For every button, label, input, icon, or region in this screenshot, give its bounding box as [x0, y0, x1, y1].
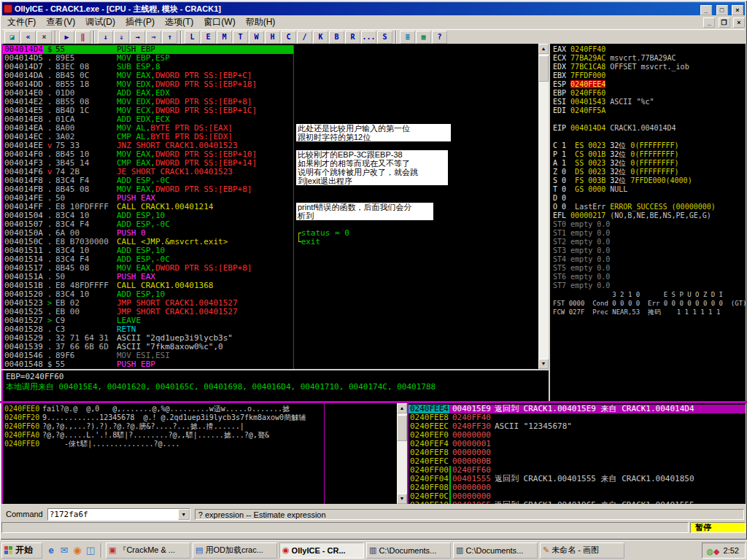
- dump-row[interactable]: 0240FFE0 -倈t驃|..............?@....: [3, 440, 397, 448]
- taskbar-task-3[interactable]: ◉OllyICE - CR...: [279, 542, 364, 559]
- restart-button[interactable]: «: [20, 31, 36, 44]
- register-line[interactable]: EDX 77BC1CA8 OFFSET msvcrt._iob: [550, 63, 746, 71]
- close-program-button[interactable]: ×: [36, 31, 52, 44]
- patches-button[interactable]: /: [297, 31, 312, 44]
- memory-map-button[interactable]: M: [217, 31, 232, 44]
- register-line[interactable]: ST5 empty 0.0: [550, 264, 746, 273]
- step-into-button[interactable]: ↓: [98, 31, 113, 44]
- scroll-up-button[interactable]: ▲: [538, 44, 549, 54]
- register-line[interactable]: ST3 empty 0.0: [550, 246, 746, 255]
- scroll-thumb[interactable]: [397, 415, 407, 441]
- dump-row[interactable]: 0240FF60?@,?@.,...?).?).?@.?@.膀&?....?..…: [3, 422, 397, 431]
- options-button[interactable]: ≣: [400, 31, 415, 44]
- stack-row[interactable]: 0240FF1000401965返回到 CRACK1.00401965 来自 C…: [409, 501, 746, 504]
- taskbar-task-6[interactable]: ✎未命名 - 画图: [540, 542, 624, 559]
- run-trace-button[interactable]: ...: [361, 31, 376, 44]
- memory-dump-pane[interactable]: 0240FEE0fail?@.@ @,0 @,.......@,%@......…: [1, 403, 397, 504]
- windows-button[interactable]: W: [249, 31, 264, 44]
- dump-row[interactable]: 0240FF209............12345678 @.! @.2qd1…: [3, 413, 397, 422]
- disasm-row[interactable]: 00401520.83C4 10ADD ESP,10: [3, 290, 538, 299]
- scroll-up-button[interactable]: ▲: [397, 403, 407, 413]
- help-button[interactable]: ?: [432, 31, 447, 44]
- register-line[interactable]: ECX 77BA29AC msvcrt.77BA29AC: [550, 54, 746, 63]
- scroll-track[interactable]: [538, 54, 549, 359]
- register-line[interactable]: ST7 empty 0.0: [550, 281, 746, 290]
- register-line[interactable]: EDI 0240FF5A: [550, 106, 746, 115]
- taskbar-task-1[interactable]: ▣『CrackMe & ...: [106, 542, 190, 559]
- minimize-button[interactable]: _: [700, 5, 712, 15]
- disasm-row[interactable]: 00401539.37 66 6B 6DASCII "7fkm8axow0%c"…: [3, 343, 538, 351]
- menu-item-4[interactable]: 插件(P): [120, 15, 160, 30]
- appearance-button[interactable]: ▦: [416, 31, 431, 44]
- tray-icon-1[interactable]: ◍: [707, 547, 714, 556]
- register-line[interactable]: EIP 004014D4 CRACK1.004014D4: [550, 124, 746, 133]
- titlebar[interactable]: OllyICE - CRACK1.exe - [CPU - 主线程, 模块 - …: [2, 2, 745, 15]
- mdi-restore-button[interactable]: ❐: [719, 18, 730, 28]
- dump-scrollbar[interactable]: ▲ ▼: [397, 403, 407, 504]
- menu-item-3[interactable]: 调试(D): [80, 15, 120, 30]
- menu-item-7[interactable]: 帮助(H): [241, 15, 281, 30]
- register-line[interactable]: ST4 empty 0.0: [550, 255, 746, 264]
- register-line[interactable]: FCW 027F Prec NEAR,53 掩码 1 1 1 1 1 1: [550, 308, 746, 316]
- step-over-button[interactable]: ⇓: [114, 31, 129, 44]
- stack-pane[interactable]: 0240FEE4004015E9返回到 CRACK1.004015E9 来自 C…: [407, 403, 746, 504]
- register-line[interactable]: T 0 GS 0000 NULL: [550, 185, 746, 194]
- threads-button[interactable]: T: [233, 31, 248, 44]
- register-line[interactable]: 3 2 1 0 E S P U O Z D I: [550, 290, 746, 299]
- combo-dropdown-button[interactable]: ▼: [178, 509, 190, 520]
- log-window-button[interactable]: L: [185, 31, 200, 44]
- register-line[interactable]: ST2 empty 0.0: [550, 238, 746, 246]
- register-line[interactable]: EBX 7FFDF000: [550, 71, 746, 80]
- disasm-row[interactable]: 00401523>EB 02JMP SHORT CRACK1.00401527: [3, 299, 538, 308]
- dump-row[interactable]: 0240FFA0?@,?@.....L.'.!.8驃|?........?@,,…: [3, 431, 397, 440]
- disasm-row[interactable]: 004014D4$55PUSH EBP: [3, 45, 538, 54]
- mdi-minimize-button[interactable]: _: [703, 18, 715, 28]
- maximize-button[interactable]: □: [716, 5, 728, 15]
- disasm-row[interactable]: 004014EA.8A00MOV AL,BYTE PTR DS:[EAX]此处还…: [3, 124, 538, 133]
- disasm-row[interactable]: 00401527>C9LEAVE: [3, 316, 538, 325]
- disasm-row[interactable]: 00401546.89F6MOV ESI,ESI: [3, 351, 538, 360]
- scroll-down-button[interactable]: ▼: [397, 494, 407, 504]
- disasm-row[interactable]: 004014E5.8B4D 1CMOV ECX,DWORD PTR SS:[EB…: [3, 106, 538, 115]
- animate-over-button[interactable]: ⇒: [146, 31, 161, 44]
- pause-button[interactable]: ‖: [75, 31, 90, 44]
- register-line[interactable]: ESP 0240FEE4: [550, 80, 746, 89]
- register-line[interactable]: EFL 00000217 (NO,B,NE,BE,NS,PE,GE,G): [550, 211, 746, 220]
- disasm-row[interactable]: 004014EC.3A02CMP AL,BYTE PTR DS:[EDX]跟初时…: [3, 133, 538, 141]
- register-line[interactable]: ST6 empty 0.0: [550, 273, 746, 281]
- disasm-row[interactable]: 00401517.8B45 08MOV EAX,DWORD PTR SS:[EB…: [3, 264, 538, 273]
- dump-row[interactable]: 0240FEE0fail?@.@ @,0 @,.......@,%@......…: [3, 405, 397, 413]
- disasm-row[interactable]: 004014E8.01CAADD EDX,ECX: [3, 115, 538, 124]
- call-stack-button[interactable]: K: [313, 31, 328, 44]
- mdi-close-button[interactable]: ×: [733, 18, 745, 28]
- handles-button[interactable]: H: [265, 31, 280, 44]
- disasm-row[interactable]: 00401507.83C4 F4ADD ESP,-0C: [3, 220, 538, 229]
- quicklaunch-icon-3[interactable]: ◉: [71, 545, 84, 556]
- quicklaunch-show-desktop-icon[interactable]: ◫: [84, 545, 97, 556]
- menu-item-2[interactable]: 查看(V): [41, 15, 80, 30]
- register-line[interactable]: FST 0000 Cond 0 0 0 0 Err 0 0 0 0 0 0 0 …: [550, 299, 746, 308]
- breakpoints-button[interactable]: B: [329, 31, 344, 44]
- command-combo[interactable]: ▼: [47, 508, 190, 521]
- taskbar-task-2[interactable]: ▤用OD加载crac...: [193, 542, 277, 559]
- open-file-button[interactable]: ◪: [4, 31, 20, 44]
- register-line[interactable]: ST0 empty 0.0: [550, 220, 746, 229]
- menu-item-6[interactable]: 窗口(W): [198, 15, 240, 30]
- register-line[interactable]: D 0: [550, 194, 746, 203]
- register-line[interactable]: EBP 0240FF60: [550, 89, 746, 98]
- menu-item-5[interactable]: 选项(T): [160, 15, 198, 30]
- animate-into-button[interactable]: →: [130, 31, 145, 44]
- scroll-down-button[interactable]: ▼: [538, 359, 549, 369]
- disasm-row[interactable]: 004014DD.8B55 18MOV EDX,DWORD PTR SS:[EB…: [3, 80, 538, 89]
- disasm-row[interactable]: 004014FB.8B45 08MOV EAX,DWORD PTR SS:[EB…: [3, 185, 538, 194]
- menu-item-1[interactable]: 文件(F): [2, 15, 41, 30]
- run-button[interactable]: ▶: [59, 31, 74, 44]
- register-line[interactable]: A 1 SS 0023 32位 0(FFFFFFFF): [550, 159, 746, 168]
- taskbar-task-5[interactable]: ▥C:\Documents...: [453, 542, 538, 559]
- disasm-row[interactable]: 00401525.EB 00JMP SHORT CRACK1.00401527: [3, 308, 538, 316]
- register-line[interactable]: [550, 115, 746, 124]
- register-line[interactable]: S 0 FS 003B 32位 7FFDE000(4000): [550, 176, 746, 185]
- registers-pane[interactable]: EAX 0240FF40ECX 77BA29AC msvcrt.77BA29AC…: [549, 44, 746, 401]
- disasm-row[interactable]: 00401548$55PUSH EBP: [3, 360, 538, 369]
- disassembly-pane[interactable]: 004014D4$55PUSH EBP004014D5.89E5MOV EBP,…: [1, 44, 538, 369]
